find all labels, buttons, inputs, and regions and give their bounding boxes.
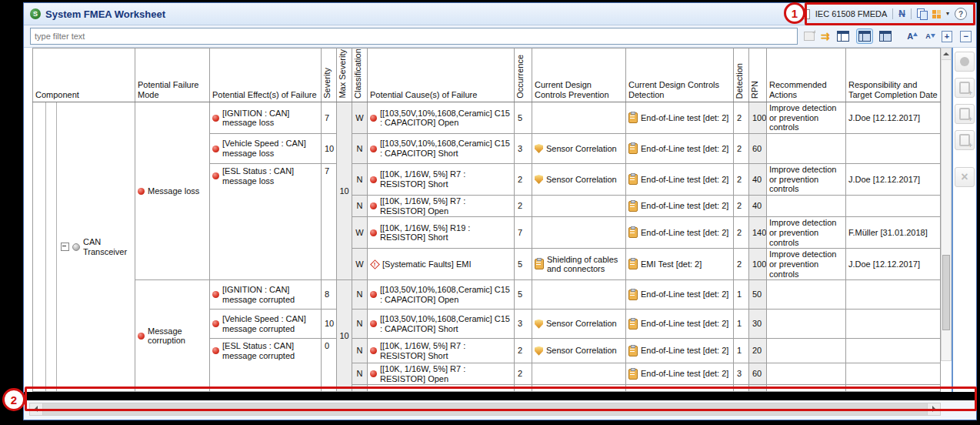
effect-cell[interactable]: [IGNITION : CAN] message corrupted [210,280,322,310]
effect-cell[interactable]: [IGNITION : CAN] message loss [210,102,322,134]
occurrence-cell[interactable]: 2 [515,363,532,385]
col-header-rpn[interactable]: RPN [749,49,767,102]
classification-cell[interactable]: N [352,164,368,196]
occurrence-cell[interactable]: 2 [515,196,532,217]
detection-cell[interactable]: 1 [734,280,749,310]
cause-cell[interactable]: [[103,50V,10%,1608,Ceramic] C15 : CAPACI… [368,280,515,310]
responsibility-cell[interactable] [846,134,941,164]
collapse-all-icon[interactable]: − [960,31,972,42]
action-cell[interactable] [767,310,846,339]
detection-control-cell[interactable]: End-of-Line test [det: 2] [626,102,734,134]
col-header-max-severity[interactable]: Max Severity [337,49,352,102]
classification-cell[interactable]: W [352,249,368,280]
severity-cell[interactable]: 7 [322,102,337,134]
classification-cell[interactable]: N [352,134,368,164]
table-view-3-button[interactable] [878,29,893,43]
occurrence-cell[interactable]: 5 [515,102,532,134]
expand-all-icon[interactable]: + [942,31,953,42]
failure-mode-cell[interactable]: Message corruption [135,280,210,392]
effect-cell[interactable]: [Vehicle Speed : CAN] message loss [210,134,322,164]
detection-cell[interactable]: 2 [734,164,749,196]
vertical-scrollbar-thumb[interactable] [942,255,950,330]
cause-cell[interactable]: [[103,50V,10%,1608,Ceramic] C15 : CAPACI… [368,134,515,164]
rpn-cell[interactable]: 50 [749,280,767,310]
rpn-cell[interactable]: 20 [749,339,767,363]
vertical-scrollbar[interactable] [941,48,952,361]
detection-cell[interactable]: 3 [734,363,749,385]
cause-cell[interactable]: ![Systematic Faults] EMI [368,249,515,280]
col-header-detection[interactable]: Detection [734,49,749,102]
col-header-component[interactable]: Component [33,49,135,102]
col-header-occurrence[interactable]: Occurrence [515,49,532,102]
failure-mode-cell[interactable]: Message loss [135,102,210,280]
prevention-cell[interactable]: Sensor Correlation [532,134,626,164]
detection-control-cell[interactable]: EMI Test [det: 2] [626,249,734,280]
col-header-cause[interactable]: Potential Cause(s) of Failure [368,49,515,102]
detection-cell[interactable]: 2 [734,196,749,217]
detection-control-cell[interactable]: End-of-Line test [det: 2] [626,310,734,339]
occurrence-cell[interactable]: 5 [515,280,532,310]
action-cell[interactable]: Improve detection or prevention controls [767,102,846,134]
cause-cell[interactable]: [[10K, 1/16W, 5%] R7 : RESISTOR] Short [368,164,515,196]
classification-cell[interactable]: N [352,280,368,310]
cause-cell[interactable]: [[103,50V,10%,1608,Ceramic] C15 : CAPACI… [368,102,515,134]
occurrence-cell[interactable]: 2 [515,164,532,196]
rpn-cell[interactable]: 40 [749,164,767,196]
detection-control-cell[interactable]: End-of-Line test [det: 2] [626,280,734,310]
action-cell[interactable]: Improve detection or prevention controls [767,164,846,196]
prevention-cell[interactable] [532,217,626,249]
cause-cell[interactable]: [[10K, 1/16W, 5%] R7 : RESISTOR] Open [368,196,515,217]
sync-selection-icon[interactable]: ⇉ [821,31,830,42]
cause-cell[interactable]: [[10K, 1/16W, 5%] R19 : RESISTOR] Short [368,217,515,249]
cause-cell[interactable]: [[103,50V,10%,1608,Ceramic] C15 : CAPACI… [368,310,515,339]
paste-action-button[interactable] [955,104,975,124]
action-cell[interactable] [767,196,846,217]
max-severity-cell[interactable]: 10 [337,280,352,392]
rpn-cell[interactable]: 30 [749,310,767,339]
detection-cell[interactable]: 2 [734,217,749,249]
severity-cell[interactable]: 10 [322,134,337,164]
font-decrease-icon[interactable]: A [925,32,931,40]
classification-cell[interactable]: N [352,363,368,385]
col-header-effect[interactable]: Potential Effect(s) of Failure [210,49,322,102]
detection-control-cell[interactable]: End-of-Line test [det: 2] [626,339,734,363]
table-view-1-button[interactable] [836,29,851,43]
detection-cell[interactable]: 1 [734,339,749,363]
rpn-cell[interactable]: 100 [749,102,767,134]
rpn-cell[interactable]: 60 [749,363,767,385]
col-header-recommended-actions[interactable]: Recommended Actions [767,49,846,102]
prevention-cell[interactable]: Sensor Correlation [532,164,626,196]
responsibility-cell[interactable] [846,196,941,217]
detection-control-cell[interactable]: End-of-Line test [det: 2] [626,363,734,385]
detection-control-cell[interactable]: End-of-Line test [det: 2] [626,196,734,217]
cause-cell[interactable]: [[10K, 1/16W, 5%] R7 : RESISTOR] Short [368,339,515,363]
responsibility-cell[interactable] [846,310,941,339]
classification-cell[interactable]: N [352,339,368,363]
col-header-classification[interactable]: Classification [352,49,368,102]
responsibility-cell[interactable]: J.Doe [12.12.2017] [846,249,941,280]
col-header-responsibility[interactable]: Responsibility and Target Completion Dat… [846,49,941,102]
rpn-cell[interactable]: 100 [749,249,767,280]
detection-cell[interactable]: 1 [734,310,749,339]
occurrence-cell[interactable]: 3 [515,134,532,164]
effect-cell[interactable]: [ESL Status : CAN] message loss [210,164,322,280]
classification-cell[interactable]: W [352,217,368,249]
filter-input[interactable] [30,28,798,45]
responsibility-cell[interactable] [846,280,941,310]
action-cell[interactable] [767,280,846,310]
col-header-detection-controls[interactable]: Current Design Controls Detection [626,49,734,102]
occurrence-cell[interactable]: 7 [515,217,532,249]
effect-cell[interactable]: [ESL Status : CAN] message corrupted [210,339,322,392]
col-header-prevention[interactable]: Current Design Controls Prevention [532,49,626,102]
prevention-cell[interactable]: Sensor Correlation [532,339,626,363]
component-cell[interactable]: CAN Transceiver [33,102,135,392]
max-severity-cell[interactable]: 10 [337,102,352,280]
responsibility-cell[interactable]: J.Doe [12.12.2017] [846,164,941,196]
action-cell[interactable] [767,363,846,385]
action-cell[interactable]: Improve detection or prevention controls [767,249,846,280]
responsibility-cell[interactable]: J.Doe [12.12.2017] [846,102,941,134]
rpn-cell[interactable]: 140 [749,217,767,249]
detach-view-icon[interactable] [804,32,815,41]
prevention-cell[interactable]: Sensor Correlation [532,310,626,339]
classification-cell[interactable]: W [352,102,368,134]
